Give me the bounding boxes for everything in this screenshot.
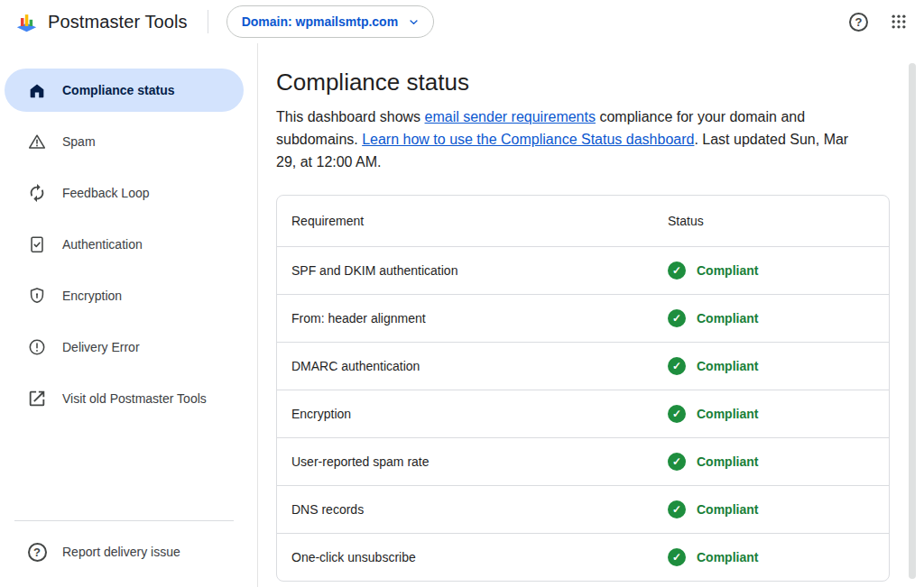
external-link-icon xyxy=(26,388,48,409)
status-cell: ✓ Compliant xyxy=(668,405,874,423)
sidebar-item-delivery-error[interactable]: Delivery Error xyxy=(5,326,244,369)
status-label: Compliant xyxy=(697,263,758,278)
help-icon[interactable]: ? xyxy=(849,13,868,32)
table-header-row: Requirement Status xyxy=(277,196,889,246)
status-label: Compliant xyxy=(697,454,758,469)
intro-text: This dashboard shows email sender requir… xyxy=(276,105,870,173)
compliance-dashboard-help-link[interactable]: Learn how to use the Compliance Status d… xyxy=(362,132,694,147)
top-header: Postmaster Tools Domain: wpmailsmtp.com … xyxy=(0,0,924,43)
postmaster-logo-icon xyxy=(14,10,39,34)
status-label: Compliant xyxy=(697,359,758,373)
table-row: SPF and DKIM authentication ✓ Compliant xyxy=(277,246,889,294)
apps-grid-icon[interactable] xyxy=(890,13,908,31)
scrollbar[interactable] xyxy=(909,63,916,579)
check-circle-icon: ✓ xyxy=(668,453,686,471)
sidebar-item-label: Visit old Postmaster Tools xyxy=(62,391,207,406)
sidebar-item-label: Spam xyxy=(62,134,96,149)
help-icon: ? xyxy=(26,541,48,563)
status-label: Compliant xyxy=(697,502,758,517)
column-header-requirement: Requirement xyxy=(291,214,668,228)
sidebar-item-compliance-status[interactable]: Compliance status xyxy=(5,69,244,112)
app-body: Compliance status Spam Feedback Loop xyxy=(0,43,924,587)
table-row: DNS records ✓ Compliant xyxy=(277,485,889,533)
sidebar-item-visit-old-postmaster[interactable]: Visit old Postmaster Tools xyxy=(5,377,244,420)
table-row: One-click unsubscribe ✓ Compliant xyxy=(277,533,889,581)
status-cell: ✓ Compliant xyxy=(668,500,874,518)
sidebar: Compliance status Spam Feedback Loop xyxy=(0,43,257,587)
check-circle-icon: ✓ xyxy=(668,405,686,423)
status-cell: ✓ Compliant xyxy=(668,261,874,280)
sidebar-item-report-delivery-issue[interactable]: ? Report delivery issue xyxy=(5,530,244,573)
error-icon xyxy=(26,336,48,358)
sidebar-item-label: Delivery Error xyxy=(62,340,140,354)
table-row: Encryption ✓ Compliant xyxy=(277,390,889,437)
sidebar-item-spam[interactable]: Spam xyxy=(5,120,244,163)
sidebar-item-label: Feedback Loop xyxy=(62,186,150,200)
requirement-cell: From: header alignment xyxy=(291,311,668,326)
loop-icon xyxy=(26,182,48,204)
document-check-icon xyxy=(26,234,48,255)
column-header-status: Status xyxy=(668,214,874,228)
requirement-cell: DNS records xyxy=(291,502,668,517)
home-icon xyxy=(26,79,48,101)
app-title: Postmaster Tools xyxy=(48,12,188,32)
status-cell: ✓ Compliant xyxy=(668,309,874,327)
check-circle-icon: ✓ xyxy=(668,548,686,566)
status-label: Compliant xyxy=(697,407,758,421)
compliance-table: Requirement Status SPF and DKIM authenti… xyxy=(276,195,890,582)
shield-icon xyxy=(26,285,48,307)
domain-selector[interactable]: Domain: wpmailsmtp.com xyxy=(226,5,434,38)
requirement-cell: Encryption xyxy=(291,407,668,421)
sidebar-item-label: Compliance status xyxy=(62,83,174,97)
check-circle-icon: ✓ xyxy=(668,309,686,327)
requirement-cell: SPF and DKIM authentication xyxy=(291,263,668,278)
sidebar-item-authentication[interactable]: Authentication xyxy=(5,223,244,266)
sidebar-divider xyxy=(14,520,234,521)
status-cell: ✓ Compliant xyxy=(668,548,874,566)
table-row: From: header alignment ✓ Compliant xyxy=(277,294,889,342)
sidebar-item-feedback-loop[interactable]: Feedback Loop xyxy=(5,171,244,215)
check-circle-icon: ✓ xyxy=(668,500,686,518)
requirement-cell: One-click unsubscribe xyxy=(291,550,668,564)
chevron-down-icon xyxy=(407,15,420,29)
email-sender-requirements-link[interactable]: email sender requirements xyxy=(425,109,596,124)
warning-icon xyxy=(26,131,48,152)
intro-text-part: This dashboard shows xyxy=(276,109,425,124)
main-content: Compliance status This dashboard shows e… xyxy=(257,43,924,587)
check-circle-icon: ✓ xyxy=(668,261,686,280)
sidebar-footer: ? Report delivery issue xyxy=(0,520,257,587)
table-row: DMARC authentication ✓ Compliant xyxy=(277,342,889,390)
check-circle-icon: ✓ xyxy=(668,357,686,375)
domain-selector-label: Domain: wpmailsmtp.com xyxy=(242,14,398,29)
status-cell: ✓ Compliant xyxy=(668,357,874,375)
requirement-cell: DMARC authentication xyxy=(291,359,668,373)
status-cell: ✓ Compliant xyxy=(668,453,874,471)
header-divider xyxy=(208,10,208,33)
sidebar-item-encryption[interactable]: Encryption xyxy=(5,274,244,317)
sidebar-item-label: Encryption xyxy=(62,289,122,303)
status-label: Compliant xyxy=(697,311,758,326)
requirement-cell: User-reported spam rate xyxy=(291,454,668,469)
page-title: Compliance status xyxy=(276,69,890,96)
header-actions: ? xyxy=(849,13,908,32)
table-row: User-reported spam rate ✓ Compliant xyxy=(277,437,889,485)
sidebar-item-label: Authentication xyxy=(62,237,143,252)
sidebar-item-label: Report delivery issue xyxy=(62,545,180,559)
status-label: Compliant xyxy=(697,550,758,564)
app-brand: Postmaster Tools xyxy=(14,10,188,34)
